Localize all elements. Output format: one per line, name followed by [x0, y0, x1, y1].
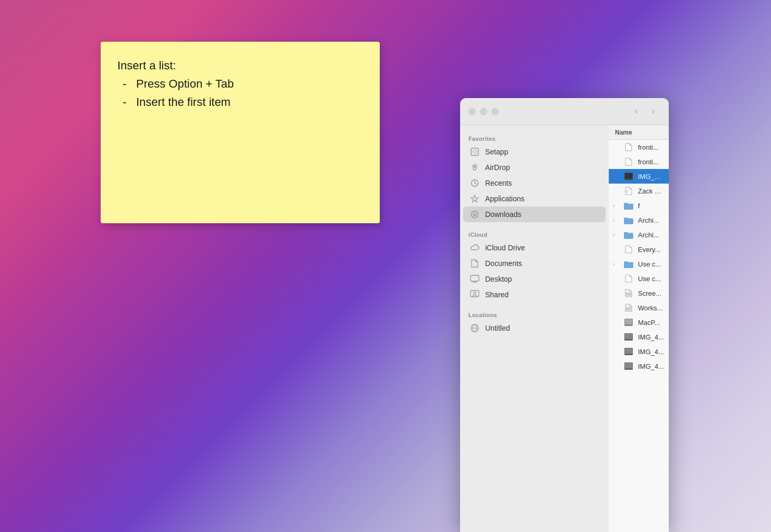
- img-icon-4c: [623, 361, 634, 371]
- icloud-label: iCloud: [460, 227, 609, 240]
- sticky-text-1: Press Option + Tab: [136, 75, 234, 93]
- filename-f: f: [638, 202, 640, 210]
- chevron-f: ›: [613, 203, 619, 209]
- filename-img-b: IMG_B...: [638, 173, 665, 180]
- setapp-icon: [469, 147, 480, 157]
- img-icon-macp: [623, 317, 634, 328]
- file-item-img4b[interactable]: IMG_4...: [609, 344, 669, 359]
- folder-icon-archi1: [623, 215, 634, 225]
- file-list: fronti... fronti... IMG_B...: [609, 140, 669, 532]
- doc-icon-fronti2: [623, 156, 634, 167]
- file-item-f[interactable]: › f: [609, 198, 669, 213]
- file-item-img-b[interactable]: IMG_B...: [609, 169, 669, 184]
- maximize-button[interactable]: [491, 108, 499, 115]
- svg-point-8: [474, 292, 476, 295]
- img-icon-4b: [623, 346, 634, 357]
- folder-icon-archi2: [623, 229, 634, 240]
- file-item-zacks[interactable]: Zack S...: [609, 184, 669, 198]
- doc-icon-zacks: [623, 186, 634, 196]
- svg-rect-13: [625, 173, 632, 178]
- recents-label: Recents: [485, 179, 512, 187]
- svg-rect-0: [471, 148, 478, 155]
- traffic-lights: [468, 108, 499, 115]
- finder-titlebar: ‹ ›: [460, 98, 669, 125]
- file-item-macp[interactable]: MacP...: [609, 315, 669, 330]
- chevron-usec1: ›: [613, 261, 619, 267]
- file-item-scree[interactable]: Scree...: [609, 286, 669, 300]
- file-item-img4c[interactable]: IMG_4...: [609, 359, 669, 373]
- filename-img4b: IMG_4...: [638, 348, 664, 356]
- finder-body: Favorites Setapp: [460, 125, 669, 532]
- sticky-item-1: - Press Option + Tab: [117, 75, 363, 93]
- untitled-icon: [469, 323, 480, 333]
- documents-icon: [469, 258, 480, 269]
- filename-archi2: Archi...: [638, 231, 659, 239]
- filename-fronti1: fronti...: [638, 143, 659, 151]
- sidebar-item-desktop[interactable]: Desktop: [463, 271, 606, 287]
- svg-rect-18: [625, 319, 632, 324]
- icloud-drive-label: iCloud Drive: [485, 244, 525, 252]
- filename-img4a: IMG_4...: [638, 333, 664, 341]
- recents-icon: [469, 178, 480, 188]
- doc-icon-works: [623, 303, 634, 313]
- filename-usec2: Use c...: [638, 275, 661, 283]
- file-item-fronti1[interactable]: fronti...: [609, 140, 669, 154]
- file-item-fronti2[interactable]: fronti...: [609, 154, 669, 169]
- doc-icon-scree: [623, 288, 634, 298]
- svg-rect-7: [471, 291, 479, 297]
- sidebar-item-untitled[interactable]: Untitled: [463, 320, 606, 336]
- forward-button[interactable]: ›: [646, 104, 660, 119]
- sidebar-item-icloud-drive[interactable]: iCloud Drive: [463, 240, 606, 256]
- svg-rect-4: [471, 275, 479, 281]
- file-item-usec2[interactable]: Use c...: [609, 271, 669, 286]
- setapp-label: Setapp: [485, 148, 508, 156]
- file-item-archi1[interactable]: › Archi...: [609, 213, 669, 227]
- sticky-note-content: Insert a list: - Press Option + Tab - In…: [117, 56, 363, 112]
- name-column-header: Name: [615, 129, 632, 136]
- untitled-label: Untitled: [485, 324, 510, 332]
- locations-label: Locations: [460, 308, 609, 320]
- doc-icon-fronti1: [623, 142, 634, 152]
- filename-zacks: Zack S...: [638, 187, 665, 195]
- filename-fronti2: fronti...: [638, 158, 659, 166]
- svg-rect-24: [625, 363, 632, 368]
- doc-icon-usec2: [623, 273, 634, 284]
- sidebar-item-downloads[interactable]: Downloads: [463, 207, 606, 222]
- sticky-note: Insert a list: - Press Option + Tab - In…: [101, 42, 380, 223]
- filename-every: Every...: [638, 246, 660, 253]
- chevron-archi1: ›: [613, 217, 619, 223]
- file-item-works[interactable]: Works...: [609, 300, 669, 315]
- sidebar-item-airdrop[interactable]: AirDrop: [463, 160, 606, 175]
- column-header: Name: [609, 125, 669, 140]
- minimize-button[interactable]: [480, 108, 487, 115]
- folder-icon-usec1: [623, 259, 634, 269]
- applications-label: Applications: [485, 195, 525, 203]
- filename-macp: MacP...: [638, 319, 660, 327]
- file-item-archi2[interactable]: › Archi...: [609, 227, 669, 242]
- sidebar-item-documents[interactable]: Documents: [463, 256, 606, 271]
- finder-nav: ‹ ›: [629, 104, 660, 119]
- sidebar-item-shared[interactable]: Shared: [463, 287, 606, 303]
- shared-label: Shared: [485, 291, 509, 299]
- file-item-img4a[interactable]: IMG_4...: [609, 330, 669, 344]
- svg-rect-20: [625, 334, 632, 339]
- favorites-label: Favorites: [460, 131, 609, 144]
- sidebar-item-setapp[interactable]: Setapp: [463, 144, 606, 160]
- svg-rect-16: [626, 307, 631, 310]
- doc-icon-every: [623, 244, 634, 255]
- desktop-icon: [469, 274, 480, 284]
- file-item-every[interactable]: Every...: [609, 242, 669, 257]
- sidebar-item-recents[interactable]: Recents: [463, 175, 606, 191]
- img-icon-4a: [623, 332, 634, 342]
- airdrop-icon: [469, 162, 480, 173]
- sticky-text-2: Insert the first item: [136, 93, 231, 111]
- downloads-label: Downloads: [485, 210, 521, 219]
- close-button[interactable]: [468, 108, 476, 115]
- chevron-archi2: ›: [613, 232, 619, 238]
- airdrop-label: AirDrop: [485, 163, 510, 172]
- img-icon-b: [623, 171, 634, 182]
- shared-icon: [469, 289, 480, 300]
- file-item-usec1[interactable]: › Use c...: [609, 257, 669, 271]
- back-button[interactable]: ‹: [629, 104, 644, 119]
- sidebar-item-applications[interactable]: Applications: [463, 191, 606, 207]
